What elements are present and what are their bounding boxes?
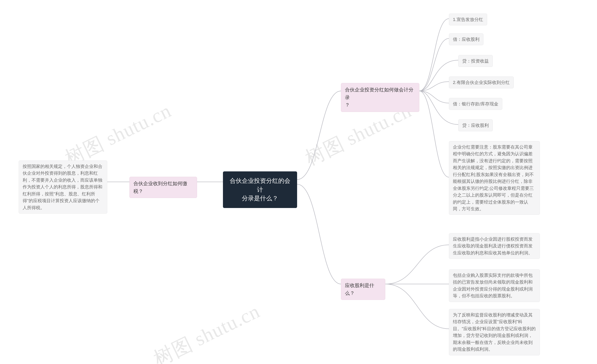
sec-entries-l2: ？	[345, 102, 350, 108]
leaf-s1c1-text: 1.宣告发放分红	[453, 17, 483, 22]
sec-tax[interactable]: 合伙企业收到分红如何缴税？	[129, 177, 197, 198]
root-line1: 合伙企业投资分红的会计	[230, 177, 290, 193]
leaf-s2c3[interactable]: 为了反映和监督应收股利的增减变动及其结存情况，企业应设置"应收股利"科目。"应收…	[449, 309, 540, 355]
leaf-s1c3-text: 贷：投资收益	[462, 59, 489, 63]
leaf-s1c5[interactable]: 借：银行存款/库存现金	[449, 98, 502, 110]
leaf-tax-detail[interactable]: 按照国家的相关规定，个人独资企业和合伙企业对外投资得到的股息，利息和红利，不需要…	[19, 160, 107, 214]
sec-entries[interactable]: 合伙企业投资分红如何做会计分录 ？	[341, 83, 419, 112]
leaf-tax-detail-text: 按照国家的相关规定，个人独资企业和合伙企业对外投资得到的股息，利息和红利，不需要…	[23, 164, 102, 210]
sec-tax-label: 合伙企业收到分红如何缴税？	[134, 181, 187, 194]
leaf-s2c1[interactable]: 应收股利是指小企业因进行股权投资而发生应收取的现金股利及进行债权投资而发生应收取…	[449, 233, 540, 259]
root-node[interactable]: 合伙企业投资分红的会计 分录是什么？	[223, 171, 297, 208]
sec-entries-l1: 合伙企业投资分红如何做会计分录	[345, 87, 414, 100]
leaf-s1c7-text: 企业分红需要注意：股东需要在其公司章程中明确分红的方式，避免因为认识偏差而产生误…	[453, 145, 534, 211]
leaf-s2c2[interactable]: 包括企业购入股票实际支付的款项中所包括的已宣告发放但尚未领取的现金股利和企业因对…	[449, 269, 540, 302]
leaf-s1c7[interactable]: 企业分红需要注意：股东需要在其公司章程中明确分红的方式，避免因为认识偏差而产生误…	[449, 141, 540, 215]
leaf-s1c5-text: 借：银行存款/库存现金	[453, 102, 498, 106]
leaf-s1c1[interactable]: 1.宣告发放分红	[449, 14, 487, 25]
leaf-s1c6[interactable]: 贷：应收股利	[458, 119, 493, 131]
leaf-s2c2-text: 包括企业购入股票实际支付的款项中所包括的已宣告发放但尚未领取的现金股利和企业因对…	[453, 273, 533, 298]
watermark-3: 树图 shutu.cn	[149, 298, 264, 364]
leaf-s1c4[interactable]: 2.有限合伙企业实际收到分红	[449, 77, 514, 88]
sec-receivable-label: 应收股利是什么？	[345, 283, 374, 296]
sec-receivable[interactable]: 应收股利是什么？	[341, 279, 385, 300]
leaf-s2c1-text: 应收股利是指小企业因进行股权投资而发生应收取的现金股利及进行债权投资而发生应收取…	[453, 237, 533, 255]
leaf-s1c6-text: 贷：应收股利	[462, 123, 489, 128]
leaf-s2c3-text: 为了反映和监督应收股利的增减变动及其结存情况，企业应设置"应收股利"科目。"应收…	[453, 312, 536, 352]
leaf-s1c2-text: 借：应收股利	[453, 37, 479, 42]
leaf-s1c2[interactable]: 借：应收股利	[449, 33, 483, 45]
leaf-s1c4-text: 2.有限合伙企业实际收到分红	[453, 80, 510, 85]
leaf-s1c3[interactable]: 贷：投资收益	[458, 55, 493, 67]
root-line2: 分录是什么？	[242, 195, 278, 202]
